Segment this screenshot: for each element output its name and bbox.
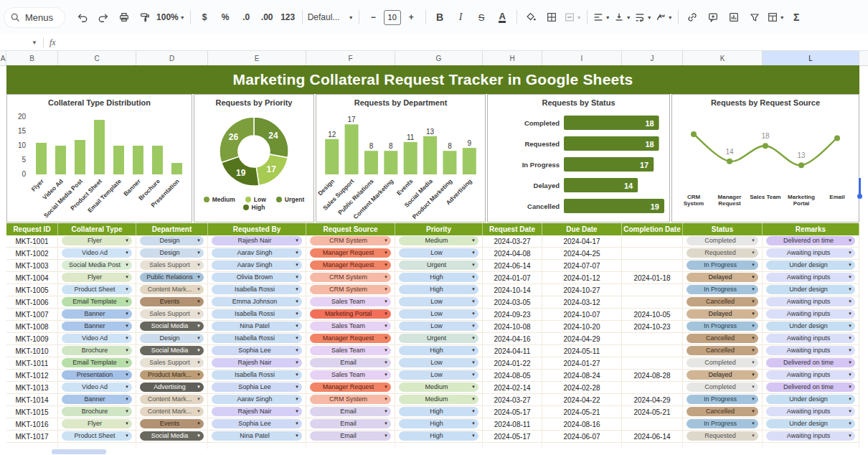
dropdown-pill[interactable]: Medium▼ [399, 383, 478, 392]
column-header-D[interactable]: D [136, 51, 208, 65]
dropdown-pill[interactable]: Cancelled▼ [687, 297, 758, 306]
table-cell[interactable]: 2024-04-11 [483, 345, 542, 357]
dropdown-pill[interactable]: In Progress▼ [687, 285, 758, 294]
dropdown-pill[interactable]: Public Relations▼ [140, 273, 204, 282]
dropdown-pill[interactable]: Events▼ [140, 297, 204, 306]
dropdown-pill[interactable]: Aarav Singh▼ [212, 261, 302, 270]
dropdown-pill[interactable]: Design▼ [140, 334, 204, 343]
table-cell[interactable]: 2024-04-29 [542, 333, 622, 345]
table-cell[interactable]: 2024-01-22 [483, 357, 542, 370]
table-cell[interactable]: In Progress▼ [683, 260, 763, 272]
dropdown-pill[interactable]: Delivered on time▼ [766, 236, 855, 245]
filter-button[interactable] [745, 8, 765, 27]
table-cell[interactable]: Social Media▼ [136, 431, 208, 443]
dropdown-pill[interactable]: Under design▼ [766, 261, 855, 270]
dropdown-pill[interactable]: Email▼ [310, 358, 391, 367]
column-header-K[interactable]: K [683, 51, 763, 65]
dropdown-pill[interactable]: Low▼ [399, 309, 478, 319]
column-title[interactable]: Priority [395, 223, 483, 235]
table-cell[interactable]: 2024-03-05 [483, 296, 542, 309]
text-rotation-button[interactable]: A▼ [654, 8, 674, 27]
dropdown-pill[interactable]: In Progress▼ [687, 395, 758, 404]
table-cell[interactable]: MKT-1007 [6, 309, 58, 321]
table-cell[interactable] [622, 345, 683, 357]
table-cell[interactable]: Low▼ [395, 296, 483, 309]
table-cell[interactable]: 2024-10-05 [622, 309, 683, 321]
font-size-input[interactable]: 10 [384, 10, 401, 25]
table-cell[interactable]: 2024-08-16 [542, 418, 622, 431]
dropdown-pill[interactable]: Email Template▼ [62, 358, 132, 367]
dropdown-pill[interactable]: Awaiting inputs▼ [766, 273, 855, 282]
format-percent-button[interactable]: % [215, 8, 236, 27]
table-cell[interactable]: 2024-04-25 [542, 248, 622, 260]
table-cell[interactable]: MKT-1006 [6, 296, 58, 309]
table-cell[interactable]: 2024-08-24 [542, 370, 622, 382]
more-formats-button[interactable]: 123 [278, 8, 298, 27]
dropdown-pill[interactable]: Delivered on time▼ [766, 383, 855, 392]
table-cell[interactable] [622, 382, 683, 394]
table-cell[interactable]: Emma Johnson▼ [208, 296, 306, 309]
table-cell[interactable]: In Progress▼ [683, 394, 763, 406]
dropdown-pill[interactable]: Manager Request▼ [310, 248, 391, 258]
dropdown-pill[interactable]: Email▼ [310, 431, 391, 441]
table-cell[interactable]: Delivered on time▼ [763, 235, 859, 248]
dropdown-pill[interactable]: High▼ [399, 407, 478, 416]
table-cell[interactable]: Email▼ [306, 406, 395, 418]
table-cell[interactable]: Email▼ [306, 418, 395, 431]
table-cell[interactable]: Sales Team▼ [306, 321, 395, 333]
table-cell[interactable]: Low▼ [395, 357, 483, 370]
table-cell[interactable]: In Progress▼ [683, 418, 763, 431]
dropdown-pill[interactable]: Sales Support▼ [140, 309, 204, 319]
table-cell[interactable]: Sales Team▼ [306, 345, 395, 357]
merge-cells-button[interactable]: ▼ [562, 8, 583, 27]
table-cell[interactable]: Isabella Rossi▼ [208, 284, 306, 296]
dropdown-pill[interactable]: Delivered on time▼ [766, 358, 855, 367]
status-chart[interactable]: Requests by Status Completed18Requested1… [487, 94, 670, 222]
bold-button[interactable]: B [430, 8, 450, 27]
fill-color-button[interactable] [521, 8, 542, 27]
dropdown-pill[interactable]: Awaiting inputs▼ [766, 309, 855, 319]
table-cell[interactable]: Under design▼ [763, 260, 859, 272]
table-cell[interactable]: Sophia Lee▼ [208, 345, 306, 357]
table-cell[interactable]: Design▼ [136, 333, 208, 345]
table-cell[interactable]: 2024-10-23 [622, 321, 683, 333]
dropdown-pill[interactable]: Design▼ [140, 236, 204, 245]
dropdown-pill[interactable]: Video Ad▼ [62, 334, 132, 343]
table-cell[interactable]: Awaiting inputs▼ [763, 370, 859, 382]
dropdown-pill[interactable]: High▼ [399, 431, 478, 441]
column-title[interactable]: Department [136, 223, 208, 235]
horizontal-align-button[interactable]: ▼ [591, 8, 612, 27]
dropdown-pill[interactable]: Events▼ [140, 419, 204, 428]
table-cell[interactable]: 2024-06-07 [542, 431, 622, 443]
table-cell[interactable]: Aarav Singh▼ [208, 248, 306, 260]
table-cell[interactable]: Under design▼ [763, 284, 859, 296]
dropdown-pill[interactable]: Completed▼ [687, 236, 758, 245]
dropdown-pill[interactable]: Email▼ [310, 419, 391, 428]
dropdown-pill[interactable]: Sales Support▼ [140, 358, 204, 367]
table-cell[interactable]: Medium▼ [395, 235, 483, 248]
table-cell[interactable]: 2024-09-23 [483, 309, 542, 321]
dropdown-pill[interactable]: Under design▼ [766, 395, 855, 404]
dropdown-pill[interactable]: Awaiting inputs▼ [766, 248, 855, 258]
dropdown-pill[interactable]: Advertising▼ [140, 383, 204, 392]
table-cell[interactable]: Awaiting inputs▼ [763, 272, 859, 284]
table-cell[interactable]: 2024-05-17 [483, 431, 542, 443]
paint-format-icon[interactable] [134, 8, 155, 27]
table-cell[interactable]: 2024-08-05 [483, 370, 542, 382]
dropdown-pill[interactable]: Low▼ [399, 248, 478, 258]
zoom-select[interactable]: 100%▼ [155, 8, 187, 27]
table-cell[interactable]: Product Sheet▼ [58, 431, 136, 443]
table-cell[interactable]: Completed▼ [683, 357, 763, 370]
table-cell[interactable]: 2024-10-27 [542, 284, 622, 296]
table-cell[interactable] [622, 357, 683, 370]
borders-button[interactable] [542, 8, 562, 27]
table-cell[interactable]: 2024-04-16 [483, 333, 542, 345]
dropdown-pill[interactable]: Sophia Lee▼ [212, 346, 302, 355]
dropdown-pill[interactable]: Delayed▼ [687, 273, 758, 282]
column-header-G[interactable]: G [395, 51, 483, 65]
table-cell[interactable]: Video Ad▼ [58, 333, 136, 345]
collateral-type-chart[interactable]: Collateral Type Distribution 05101520Fly… [6, 94, 192, 222]
table-cell[interactable]: MKT-1015 [6, 406, 58, 418]
dropdown-pill[interactable]: Sales Support▼ [140, 261, 204, 270]
table-cell[interactable]: Nina Patel▼ [208, 321, 306, 333]
